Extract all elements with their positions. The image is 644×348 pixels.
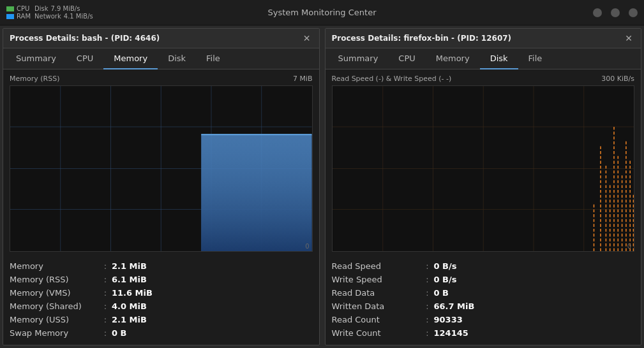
table-row: Memory : 2.1 MiB xyxy=(10,259,313,273)
stat-shared-value: 4.0 MiB xyxy=(112,301,147,311)
stat-swap-label: Swap Memory xyxy=(10,328,99,338)
tab-firefox-cpu[interactable]: CPU xyxy=(388,48,425,69)
firefox-chart-header: Read Speed (-) & Write Speed (- -) 300 K… xyxy=(332,75,635,83)
cpu-label: CPU xyxy=(17,5,29,12)
tab-bash-summary[interactable]: Summary xyxy=(6,48,66,69)
stat-read-speed-label: Read Speed xyxy=(332,261,421,271)
firefox-stats-table: Read Speed : 0 B/s Write Speed : 0 B/s R… xyxy=(326,254,641,345)
stat-sep: : xyxy=(421,261,434,271)
stat-memory-label: Memory xyxy=(10,261,99,271)
firefox-chart-zero: 0 xyxy=(627,243,631,250)
table-row: Written Data : 66.7 MiB xyxy=(332,300,635,313)
stat-vms-value: 11.6 MiB xyxy=(112,288,153,298)
panel-firefox-title: Process Details: firefox-bin - (PID: 126… xyxy=(332,34,512,43)
indicator-list: CPU RAM xyxy=(6,5,31,20)
cpu-icon xyxy=(6,6,14,11)
stat-sep: : xyxy=(99,328,112,338)
tab-bash-cpu[interactable]: CPU xyxy=(66,48,103,69)
tab-firefox-summary[interactable]: Summary xyxy=(328,48,389,69)
bash-chart-area: Memory (RSS) 7 MiB xyxy=(3,69,319,254)
panel-bash-title: Process Details: bash - (PID: 4646) xyxy=(10,34,160,43)
close-button[interactable] xyxy=(629,8,638,17)
tab-bash-disk[interactable]: Disk xyxy=(158,48,196,69)
stat-read-count-value: 90333 xyxy=(434,315,463,324)
tab-firefox-file[interactable]: File xyxy=(518,48,553,69)
stat-sep: : xyxy=(421,328,434,338)
stat-sep: : xyxy=(421,315,434,324)
bash-chart-value: 7 MiB xyxy=(293,75,313,83)
table-row: Memory (Shared) : 4.0 MiB xyxy=(10,300,313,313)
stat-swap-value: 0 B xyxy=(112,328,126,338)
panel-firefox-titlebar: Process Details: firefox-bin - (PID: 126… xyxy=(326,29,641,48)
svg-marker-9 xyxy=(201,134,311,251)
firefox-chart-svg xyxy=(333,86,634,251)
panel-bash-close[interactable]: ✕ xyxy=(301,33,313,44)
firefox-chart-label: Read Speed (-) & Write Speed (- -) xyxy=(332,75,452,83)
bash-chart-label: Memory (RSS) xyxy=(10,75,59,83)
table-row: Swap Memory : 0 B xyxy=(10,326,313,340)
network-indicator: Network 4.1 MiB/s xyxy=(34,13,93,20)
main-area: Process Details: bash - (PID: 4646) ✕ Su… xyxy=(0,25,644,348)
panel-bash-titlebar: Process Details: bash - (PID: 4646) ✕ xyxy=(3,29,319,48)
stat-shared-label: Memory (Shared) xyxy=(10,301,99,311)
stat-vms-label: Memory (VMS) xyxy=(10,288,99,298)
stat-sep: : xyxy=(421,301,434,311)
ram-label: RAM xyxy=(17,13,31,20)
indicator-list-2: Disk 7.9 MiB/s Network 4.1 MiB/s xyxy=(34,5,93,20)
table-row: Memory (VMS) : 11.6 MiB xyxy=(10,286,313,300)
stat-sep: : xyxy=(99,261,112,271)
stat-uss-value: 2.1 MiB xyxy=(112,315,147,324)
bash-chart-header: Memory (RSS) 7 MiB xyxy=(10,75,313,83)
table-row: Write Count : 124145 xyxy=(332,326,635,340)
stat-read-data-value: 0 B xyxy=(434,288,449,298)
stat-uss-label: Memory (USS) xyxy=(10,315,99,324)
firefox-chart-area: Read Speed (-) & Write Speed (- -) 300 K… xyxy=(326,69,641,254)
stat-written-data-value: 66.7 MiB xyxy=(434,301,475,311)
stat-read-speed-value: 0 B/s xyxy=(434,261,457,271)
stat-sep: : xyxy=(99,288,112,298)
firefox-chart-value: 300 KiB/s xyxy=(601,75,634,83)
stat-rss-value: 6.1 MiB xyxy=(112,275,147,284)
tab-bash-memory[interactable]: Memory xyxy=(103,48,158,69)
stat-written-data-label: Written Data xyxy=(332,301,421,311)
firefox-tabs: Summary CPU Memory Disk File xyxy=(326,48,641,69)
bash-tabs: Summary CPU Memory Disk File xyxy=(3,48,319,69)
network-value: 4.1 MiB/s xyxy=(64,13,93,20)
bash-memory-chart: 0 xyxy=(10,85,313,252)
stat-write-count-value: 124145 xyxy=(434,328,468,338)
disk-indicator: Disk 7.9 MiB/s xyxy=(34,5,93,12)
maximize-button[interactable] xyxy=(611,8,620,17)
window-controls xyxy=(593,8,638,17)
bash-chart-svg xyxy=(10,86,312,251)
stat-sep: : xyxy=(99,315,112,324)
stat-read-data-label: Read Data xyxy=(332,288,421,298)
stat-sep: : xyxy=(421,275,434,284)
tab-firefox-memory[interactable]: Memory xyxy=(426,48,480,69)
tab-firefox-disk[interactable]: Disk xyxy=(480,48,518,69)
disk-label: Disk xyxy=(34,5,48,12)
network-label: Network xyxy=(34,13,61,20)
stat-write-count-label: Write Count xyxy=(332,328,421,338)
stat-write-speed-label: Write Speed xyxy=(332,275,421,284)
minimize-button[interactable] xyxy=(593,8,602,17)
firefox-disk-chart: 0 xyxy=(332,85,635,252)
stat-rss-label: Memory (RSS) xyxy=(10,275,99,284)
disk-value: 7.9 MiB/s xyxy=(51,5,80,12)
ram-icon xyxy=(6,14,14,19)
table-row: Read Count : 90333 xyxy=(332,313,635,326)
panel-firefox-close[interactable]: ✕ xyxy=(623,33,634,44)
stat-memory-value: 2.1 MiB xyxy=(112,261,147,271)
table-row: Read Speed : 0 B/s xyxy=(332,259,635,273)
panel-bash: Process Details: bash - (PID: 4646) ✕ Su… xyxy=(3,28,320,345)
stat-sep: : xyxy=(99,301,112,311)
tab-bash-file[interactable]: File xyxy=(196,48,230,69)
top-bar-indicators: CPU RAM Disk 7.9 MiB/s Network 4.1 MiB/s xyxy=(6,5,93,20)
bash-stats-table: Memory : 2.1 MiB Memory (RSS) : 6.1 MiB … xyxy=(3,254,319,345)
stat-read-count-label: Read Count xyxy=(332,315,421,324)
table-row: Memory (USS) : 2.1 MiB xyxy=(10,313,313,326)
table-row: Memory (RSS) : 6.1 MiB xyxy=(10,273,313,286)
top-bar: CPU RAM Disk 7.9 MiB/s Network 4.1 MiB/s… xyxy=(0,0,644,25)
panel-firefox: Process Details: firefox-bin - (PID: 126… xyxy=(325,28,642,345)
stat-write-speed-value: 0 B/s xyxy=(434,275,457,284)
stat-sep: : xyxy=(99,275,112,284)
